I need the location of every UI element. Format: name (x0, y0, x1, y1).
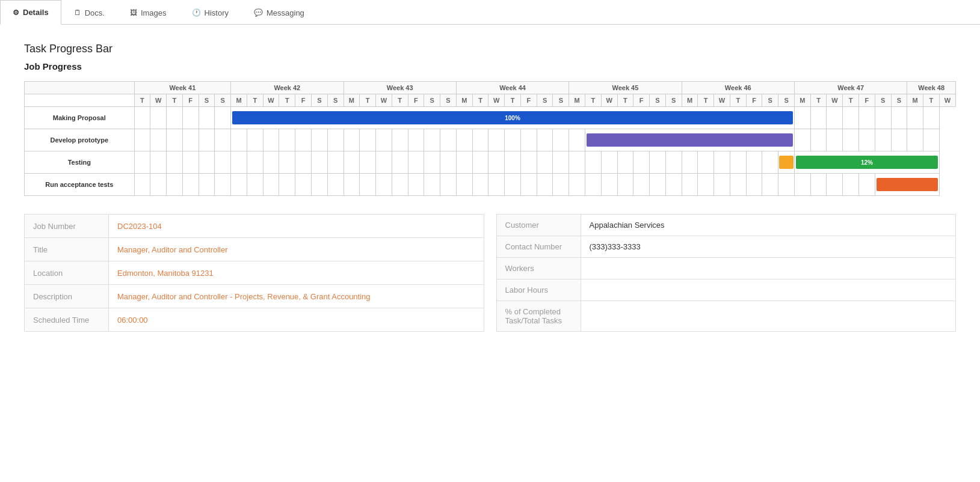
gantt-cell (167, 107, 183, 129)
details-icon: ⚙ (13, 8, 19, 17)
day-S2: S (215, 94, 231, 107)
gantt-cell (810, 129, 827, 151)
testing-green-bar: 12% (796, 156, 938, 169)
tab-docs[interactable]: 🗒 Docs. (61, 0, 117, 25)
tab-messaging[interactable]: 💬 Messaging (241, 0, 317, 25)
gantt-cell (231, 174, 247, 196)
gantt-cell (794, 107, 810, 129)
day-M1: M (231, 94, 247, 107)
gantt-cell (295, 129, 312, 151)
gantt-cell (231, 151, 247, 174)
gantt-cell (553, 174, 569, 196)
gantt-cell (150, 107, 167, 129)
week-41-header: Week 41 (134, 82, 231, 94)
day-W7: W (827, 94, 843, 107)
tab-details[interactable]: ⚙ Details (0, 0, 61, 25)
gantt-cell (762, 174, 778, 196)
gantt-cell (167, 174, 183, 196)
task-row-making-proposal: Making Proposal 100% (25, 107, 956, 129)
info-row-labor-hours: Labor Hours (496, 279, 956, 301)
info-label-title: Title (25, 238, 109, 261)
day-F3: F (408, 94, 424, 107)
gantt-cell (182, 174, 199, 196)
day-S12: S (778, 94, 795, 107)
making-proposal-bar: 100% (232, 111, 793, 124)
gantt-cell (408, 129, 424, 151)
task-label-testing: Testing (25, 151, 135, 174)
gantt-cell (730, 151, 746, 174)
gantt-cell (923, 129, 940, 151)
gantt-cell (247, 129, 263, 151)
info-value-location: Edmonton, Manitoba 91231 (109, 261, 484, 285)
gantt-cell (392, 129, 408, 151)
week-42-header: Week 42 (231, 82, 344, 94)
day-S7: S (537, 94, 553, 107)
history-icon: 🕐 (192, 8, 201, 17)
day-S5: S (424, 94, 440, 107)
day-T15: T (923, 94, 940, 107)
day-T12: T (730, 94, 746, 107)
gantt-cell (810, 107, 827, 129)
making-proposal-bar-cell: 100% (231, 107, 795, 129)
info-table-left: Job Number DC2023-104 Title Manager, Aud… (24, 214, 484, 332)
gantt-cell (311, 174, 327, 196)
gantt-cell (601, 151, 617, 174)
day-T6: T (392, 94, 408, 107)
messaging-icon: 💬 (254, 8, 263, 17)
day-W4: W (488, 94, 505, 107)
day-S9: S (650, 94, 666, 107)
day-T7: T (472, 94, 488, 107)
gantt-cell (520, 174, 537, 196)
gantt-cell (827, 107, 843, 129)
gantt-cell (488, 151, 505, 174)
gantt-cell (134, 129, 150, 151)
gantt-cell (231, 129, 247, 151)
gantt-cell (247, 174, 263, 196)
info-row-customer: Customer Appalachian Services (496, 215, 956, 236)
gantt-cell (569, 174, 585, 196)
gantt-table: Week 41 Week 42 Week 43 Week 44 Week 45 … (24, 81, 956, 196)
day-S4: S (327, 94, 344, 107)
info-row-job-number: Job Number DC2023-104 (25, 215, 484, 238)
gantt-cell (730, 174, 746, 196)
tab-images[interactable]: 🖼 Images (117, 0, 179, 25)
gantt-cell (794, 174, 810, 196)
gantt-cell (601, 174, 617, 196)
gantt-cell (859, 129, 875, 151)
task-label-develop-prototype: Develop prototype (25, 129, 135, 151)
day-S11: S (762, 94, 778, 107)
gantt-cell (505, 174, 521, 196)
info-value-labor-hours (581, 279, 956, 301)
gantt-cell (392, 151, 408, 174)
gantt-cell (665, 174, 682, 196)
gantt-cell (167, 151, 183, 174)
gantt-cell (263, 174, 279, 196)
gantt-cell (199, 151, 215, 174)
task-row-develop-prototype: Develop prototype (25, 129, 956, 151)
gantt-cell (327, 129, 344, 151)
day-T1: T (134, 94, 150, 107)
week-46-header: Week 46 (682, 82, 794, 94)
task-row-testing: Testing (25, 151, 956, 174)
week-45-header: Week 45 (569, 82, 682, 94)
gantt-cell (376, 151, 392, 174)
tab-history[interactable]: 🕐 History (179, 0, 241, 25)
info-label-pct-tasks: % of Completed Task/Total Tasks (496, 301, 581, 332)
day-W5: W (601, 94, 617, 107)
gantt-cell (215, 129, 231, 151)
gantt-cell (472, 174, 488, 196)
gantt-cell (569, 129, 585, 151)
task-label-run-acceptance: Run acceptance tests (25, 174, 135, 196)
gantt-cell (537, 174, 553, 196)
page-title: Task Progress Bar (24, 43, 956, 55)
info-label-scheduled-time: Scheduled Time (25, 308, 109, 332)
gantt-cell (505, 129, 521, 151)
testing-orange-cell (778, 151, 795, 174)
gantt-cell (827, 129, 843, 151)
info-value-title: Manager, Auditor and Controller (109, 238, 484, 261)
gantt-cell (134, 107, 150, 129)
gantt-cell (182, 107, 199, 129)
gantt-cell (762, 151, 778, 174)
gantt-cell (472, 151, 488, 174)
day-T8: T (505, 94, 521, 107)
